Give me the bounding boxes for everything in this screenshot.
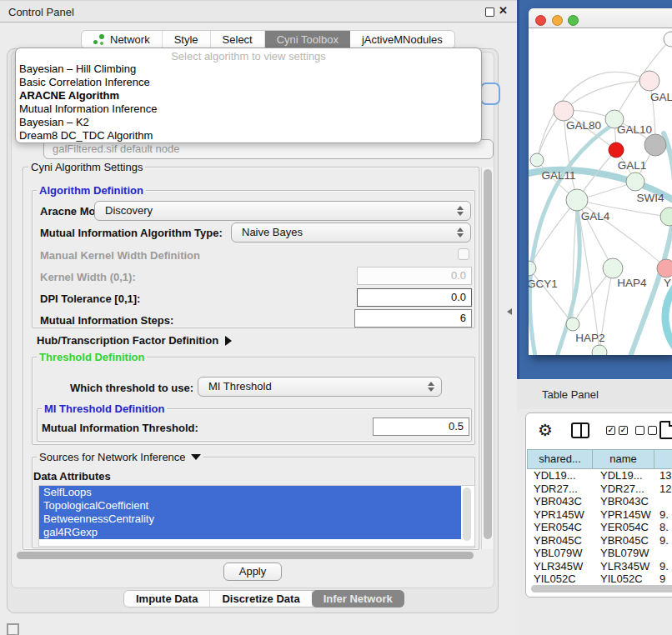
table-row[interactable]: YDR27...YDR27...12 xyxy=(527,482,672,496)
tab-impute-data[interactable]: Impute Data xyxy=(124,591,210,607)
network-node[interactable] xyxy=(592,345,607,355)
minimize-traffic-light-icon[interactable] xyxy=(552,15,563,26)
table-row[interactable]: YBR043CYBR043C xyxy=(527,495,672,508)
apply-button[interactable]: Apply xyxy=(223,562,282,581)
scrollbar-thumb[interactable] xyxy=(17,552,474,559)
network-node[interactable] xyxy=(530,153,544,167)
table-row[interactable]: YIL052CYIL052C9 xyxy=(527,572,672,585)
network-node[interactable] xyxy=(660,208,672,226)
attribute-item[interactable]: BetweennessCentrality xyxy=(39,512,461,526)
table-cell: YER054C xyxy=(527,521,592,534)
scrollbar-thumb[interactable] xyxy=(484,169,492,539)
table-cell: YIL052C xyxy=(527,572,592,585)
network-node[interactable] xyxy=(639,71,659,91)
manual-kernel-checkbox[interactable] xyxy=(458,248,469,260)
tab-style[interactable]: Style xyxy=(163,31,211,48)
table-cell: YBR045C xyxy=(527,534,592,548)
algorithm-combo-focus-ring[interactable] xyxy=(480,82,500,105)
network-edge xyxy=(665,278,672,355)
table-cell: YER054C xyxy=(592,521,654,534)
tab-select[interactable]: Select xyxy=(211,31,265,48)
tab-discretize-data[interactable]: Discretize Data xyxy=(210,591,312,607)
columns-icon[interactable] xyxy=(571,422,589,438)
network-node[interactable] xyxy=(626,172,644,191)
table-row[interactable]: YER054CYER054C8. xyxy=(527,521,672,534)
network-node[interactable] xyxy=(609,142,624,158)
export-table-icon[interactable] xyxy=(659,421,672,439)
mi-type-select[interactable]: Naive Bayes xyxy=(231,222,471,242)
column-header[interactable]: name xyxy=(592,449,654,469)
network-window-titlebar[interactable] xyxy=(529,8,672,28)
algorithm-dropdown-popup: Select algorithm to view settings Bayesi… xyxy=(15,48,482,143)
close-icon[interactable]: ✕ xyxy=(499,4,508,17)
table-row[interactable]: YBL079WYBL079W xyxy=(527,547,672,560)
spinner-arrows-icon xyxy=(457,227,464,238)
select-all-checkbox-icon[interactable]: ✓ xyxy=(619,426,628,435)
float-window-icon[interactable] xyxy=(485,8,494,17)
network-node[interactable] xyxy=(603,258,623,278)
algorithm-item[interactable]: Basic Correlation Inference xyxy=(16,76,481,89)
select-all-checkbox-icon[interactable]: ✓ xyxy=(606,426,615,435)
settings-vertical-scrollbar[interactable] xyxy=(481,168,494,549)
table-panel-titlebar: Table Panel xyxy=(517,379,672,409)
table-cell: 8. xyxy=(654,521,672,534)
settings-horizontal-scrollbar[interactable] xyxy=(13,552,484,560)
algorithm-item[interactable]: Dream8 DC_TDC Algorithm xyxy=(16,129,481,142)
column-header[interactable]: A xyxy=(654,449,672,469)
network-graph: GALGAL80GAL10GAL1GAL11SWI4GAL4GCY1HAP4YH… xyxy=(529,28,672,355)
gear-icon[interactable]: ⚙ xyxy=(538,420,553,440)
dpi-tolerance-field[interactable]: 0.0 xyxy=(357,288,472,307)
deselect-all-checkbox-icon[interactable] xyxy=(635,426,644,435)
algorithm-definition-title: Algorithm Definition xyxy=(37,184,146,197)
algorithm-item[interactable]: Bayesian – K2 xyxy=(16,116,481,129)
table-cell: YBR043C xyxy=(592,495,654,508)
kernel-width-field[interactable]: 0.0 xyxy=(357,267,472,285)
network-node-label: GAL11 xyxy=(541,169,575,182)
network-node[interactable] xyxy=(554,101,574,121)
bottom-corner-icon[interactable] xyxy=(7,623,19,635)
hub-definition-toggle[interactable]: Hub/Transcription Factor Definition xyxy=(37,334,232,347)
network-node[interactable] xyxy=(644,134,666,156)
scrollbar-thumb[interactable] xyxy=(531,585,672,592)
mi-threshold-field[interactable]: 0.5 xyxy=(373,418,469,436)
network-node[interactable] xyxy=(529,261,536,276)
close-traffic-light-icon[interactable] xyxy=(535,15,546,26)
table-horizontal-scrollbar[interactable] xyxy=(529,584,672,594)
algorithm-item[interactable]: Bayesian – Hill Climbing xyxy=(16,62,481,76)
algorithm-item[interactable]: ARACNE Algorithm xyxy=(16,89,481,102)
attribute-item[interactable]: TopologicalCoefficient xyxy=(39,499,461,512)
mi-steps-field[interactable]: 6 xyxy=(354,309,472,328)
which-threshold-value: MI Threshold xyxy=(208,380,272,392)
algorithm-item[interactable]: Mutual Information Inference xyxy=(16,102,481,116)
which-threshold-select[interactable]: MI Threshold xyxy=(198,377,442,397)
table-row[interactable]: YDL19...YDL19...13 xyxy=(527,469,672,482)
network-node[interactable] xyxy=(664,32,672,47)
deselect-all-checkbox-icon[interactable] xyxy=(648,426,657,435)
table-panel-title: Table Panel xyxy=(542,388,599,401)
tab-label: Style xyxy=(174,33,198,46)
network-node[interactable] xyxy=(657,259,672,278)
app-root: Control Panel ✕ Network Style Select Cyn… xyxy=(0,0,672,635)
network-canvas[interactable]: GALGAL80GAL10GAL1GAL11SWI4GAL4GCY1HAP4YH… xyxy=(529,28,672,355)
table-row[interactable]: YPR145WYPR145W9. xyxy=(527,508,672,522)
zoom-traffic-light-icon[interactable] xyxy=(568,15,579,26)
network-node[interactable] xyxy=(566,189,588,211)
network-node[interactable] xyxy=(566,318,579,331)
sources-group-title[interactable]: Sources for Network Inference xyxy=(37,451,203,463)
table-cell: 9. xyxy=(654,508,672,522)
tab-infer-network[interactable]: Infer Network xyxy=(312,590,404,608)
attribute-item[interactable]: SelfLoops xyxy=(39,486,461,499)
network-node-label: Y xyxy=(664,277,671,289)
tab-network[interactable]: Network xyxy=(82,31,163,48)
table-row[interactable]: YBR045CYBR045C9. xyxy=(527,534,672,548)
attributes-scrollbar[interactable] xyxy=(463,488,471,541)
network-window[interactable]: GALGAL80GAL10GAL1GAL11SWI4GAL4GCY1HAP4YH… xyxy=(529,8,672,355)
aracne-mode-select[interactable]: Discovery xyxy=(94,201,471,221)
attribute-item[interactable]: gal4RGexp xyxy=(39,526,461,539)
tab-jactivemnodules[interactable]: jActiveMNodules xyxy=(350,31,454,48)
splitter-collapse-icon[interactable] xyxy=(507,308,512,315)
tab-cyni-toolbox[interactable]: Cyni Toolbox xyxy=(265,31,350,48)
table-row[interactable]: YLR345WYLR345W9. xyxy=(527,560,672,573)
table-cell: YBR045C xyxy=(592,534,654,548)
column-header[interactable]: shared... xyxy=(527,449,592,469)
